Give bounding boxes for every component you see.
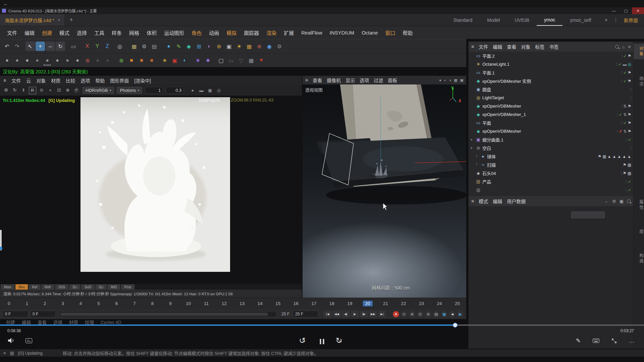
crop-icon[interactable]: ⊡: [56, 87, 62, 94]
menu-item[interactable]: RealFlow: [298, 30, 326, 36]
snap-icon[interactable]: ◉: [265, 42, 274, 51]
render-pass-tab[interactable]: Bea: [15, 284, 28, 290]
render-view-icon[interactable]: ▦: [129, 42, 139, 51]
timeline-frame[interactable]: 25: [448, 301, 466, 306]
samples-field[interactable]: 1: [145, 87, 163, 94]
render-pass-tab[interactable]: MID: [107, 284, 120, 290]
caches-tag-icon[interactable]: ⇅: [623, 104, 627, 109]
subtitle-icon[interactable]: [25, 338, 32, 343]
viewport-menu-item[interactable]: 显示: [345, 77, 355, 83]
menu-item[interactable]: 帮助: [399, 29, 417, 36]
gamma-field[interactable]: 0.3: [166, 87, 184, 94]
move-tool-icon[interactable]: +: [36, 42, 45, 51]
import-drop-icon[interactable]: ▼: [257, 56, 266, 65]
close-tab-icon[interactable]: ×: [58, 17, 60, 22]
annotate-pencil-icon[interactable]: ✎: [576, 337, 581, 344]
burger-icon[interactable]: ≡: [471, 44, 474, 49]
timeline-frame[interactable]: 7: [125, 301, 143, 306]
xpresso-tag-icon[interactable]: ■: [193, 56, 203, 65]
octane-menu-item[interactable]: 帮助: [95, 77, 105, 84]
render-pass-tab[interactable]: Post: [121, 284, 135, 290]
visibility-dots-icon[interactable]: ∶: [630, 87, 631, 92]
volume-icon[interactable]: [8, 338, 15, 343]
object-manager-menu-item[interactable]: 书签: [549, 43, 558, 50]
range-end-field[interactable]: 25 F: [293, 311, 318, 317]
visibility-dots-icon[interactable]: ∶: [621, 79, 622, 83]
camera-icon[interactable]: ▣: [224, 42, 234, 51]
panel-tab[interactable]: 层: [634, 227, 644, 237]
minimize-button[interactable]: —: [608, 7, 620, 14]
render-pass-tab[interactable]: SSS: [55, 284, 68, 290]
render-pass-tab[interactable]: SLi: [69, 284, 80, 290]
shading-icon[interactable]: ◐: [444, 78, 446, 82]
viewport-scene[interactable]: 透视视图 网格间距 : 500 cm Y X: [303, 84, 466, 298]
object-row[interactable]: ◎ LightTarget ∶: [469, 94, 633, 102]
octane-menu-item[interactable]: 比较: [66, 77, 75, 84]
back-arrow-icon[interactable]: ←: [3, 1, 8, 6]
goto-end-button[interactable]: ▶|: [378, 311, 386, 317]
object-row[interactable]: └ ● 球体 ⚑▦▲▲▲▲▲: [469, 152, 633, 161]
shrink-window-icon[interactable]: [611, 338, 617, 344]
timeline-frame[interactable]: 12: [215, 301, 233, 306]
octane-render-icon[interactable]: ▣: [170, 56, 179, 65]
timeline-frame[interactable]: 9: [161, 301, 179, 306]
phong-tag-icon[interactable]: ⚑: [598, 154, 601, 159]
render-pass-tab[interactable]: SuD: [81, 284, 94, 290]
sound-button[interactable]: ◄: [449, 311, 455, 317]
disabled-x-icon[interactable]: ✗: [619, 129, 622, 134]
phong-tag-icon[interactable]: ⚑: [623, 163, 627, 167]
video-progress-thumb[interactable]: [453, 323, 458, 327]
current-frame-field[interactable]: 0 F: [30, 311, 56, 317]
solo-button[interactable]: ▶: [457, 311, 464, 317]
new-ui-button[interactable]: 新界面: [618, 17, 644, 23]
layout-tab[interactable]: Standard: [446, 14, 480, 26]
object-row[interactable]: └ ≈ 扫描 ⚑▦: [469, 161, 633, 169]
viewport-menu-item[interactable]: 摄像机: [327, 77, 341, 83]
timeline-frame[interactable]: 22: [394, 301, 412, 306]
burger-icon[interactable]: ≡: [471, 198, 474, 204]
video-progress-bar[interactable]: [0, 324, 644, 326]
key-pla-button[interactable]: ▦: [441, 311, 447, 317]
phong-tag-icon[interactable]: ⚑: [628, 79, 631, 83]
timeline-frame[interactable]: 5: [90, 301, 107, 306]
selection-tag-icon[interactable]: ▲: [612, 154, 616, 159]
material-ball-icon[interactable]: ●: [73, 56, 82, 65]
render-settings-icon[interactable]: ⚙: [140, 42, 149, 51]
render-pass-tab[interactable]: SLi: [95, 284, 107, 290]
selection-tag-icon[interactable]: ▲: [622, 154, 626, 159]
object-row[interactable]: ☀ OctaneLight.1 ∶✓▬◎: [469, 60, 633, 68]
object-row[interactable]: ▭ 平面 ∶✓⚑: [469, 119, 633, 127]
uvw-tag-icon[interactable]: ▦: [628, 171, 631, 176]
attribute-menu-item[interactable]: 编辑: [493, 198, 502, 204]
timeline-frame[interactable]: 16: [287, 301, 305, 306]
octane-menu-item[interactable]: 选项: [80, 77, 90, 84]
pick-add-icon[interactable]: ⊕: [64, 87, 71, 94]
panel-tab[interactable]: 构造: [634, 251, 644, 266]
restart-render-icon[interactable]: ↻: [11, 87, 18, 94]
blend-material-icon[interactable]: ● BLEND: [43, 56, 52, 65]
viewport-menu-item[interactable]: 查看: [313, 77, 322, 83]
timeline-frame[interactable]: 17: [305, 301, 323, 306]
dim-tool-icon[interactable]: ▭: [226, 56, 236, 65]
object-row[interactable]: ▾ ▣ 细分曲面.1 ∶✓: [469, 135, 633, 144]
menu-item[interactable]: 创建: [38, 29, 56, 36]
maximize-button[interactable]: ▢: [620, 7, 632, 14]
selection-tag-icon[interactable]: ▲: [627, 154, 631, 159]
timeline-frame[interactable]: 0: [0, 301, 18, 306]
expand-icon[interactable]: └: [475, 155, 480, 158]
menu-item[interactable]: 网格: [125, 29, 143, 36]
pen-tool-icon[interactable]: ✎: [174, 42, 183, 51]
close-button[interactable]: ✕: [632, 7, 644, 14]
timeline-frame[interactable]: 23: [413, 301, 430, 306]
octane-liveviewer-icon[interactable]: ◐: [180, 56, 190, 65]
more-options-icon[interactable]: …: [629, 338, 635, 344]
kernel-select[interactable]: Photons ▾: [117, 87, 142, 94]
timeline-range-slider[interactable]: [60, 312, 276, 316]
axis-x-lock-icon[interactable]: X: [83, 42, 92, 51]
menu-item[interactable]: 扩展: [280, 29, 298, 36]
forward-30-button[interactable]: ↻ 30: [336, 337, 345, 346]
timeline-frame[interactable]: 21: [377, 301, 394, 306]
visibility-dots-icon[interactable]: ∶: [626, 137, 627, 142]
timeline-ruler[interactable]: 0123456789101112131415161718192021222324…: [0, 298, 466, 309]
uvw-tag-icon[interactable]: ▦: [602, 154, 606, 159]
